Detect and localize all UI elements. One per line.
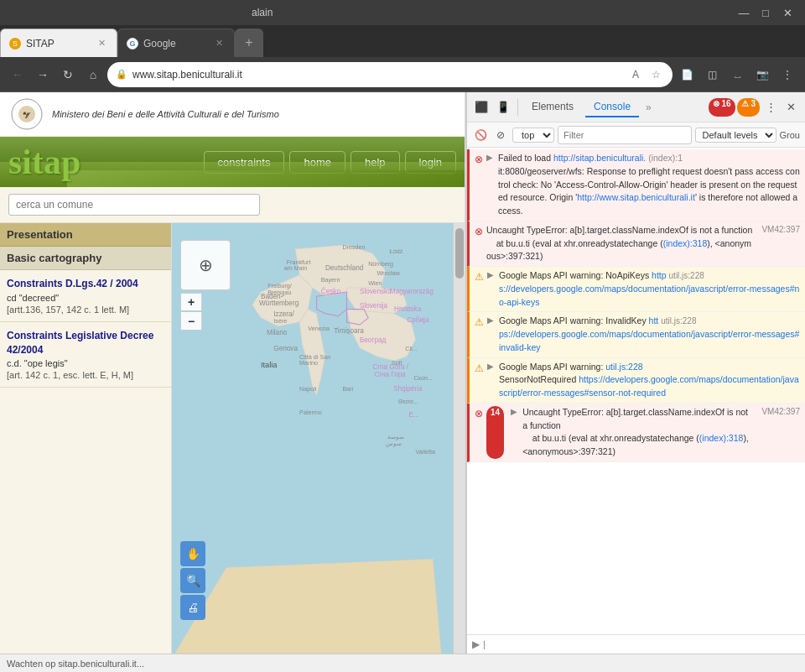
menu-button[interactable]: ⋮ <box>776 64 798 86</box>
group-toggle[interactable]: Grou <box>780 130 800 140</box>
statusbar: Wachten op sitap.beniculturali.it... <box>0 654 805 672</box>
reload-button[interactable]: ↻ <box>57 64 79 86</box>
svg-text:Isère: Isère <box>273 318 287 325</box>
extensions-icon[interactable]: ◫ <box>701 64 723 86</box>
warn-icon: ⚠ <box>741 99 749 108</box>
svg-text:سوسة: سوسة <box>387 434 404 440</box>
devtools-more-options[interactable]: ⋮ <box>761 98 780 117</box>
error-count-14: 14 <box>486 406 504 459</box>
back-button[interactable]: ← <box>7 64 29 86</box>
map-nav-control[interactable]: ⊕ <box>180 240 231 290</box>
map-tools: ✋ 🔍 🖨 <box>180 541 205 620</box>
tab-console[interactable]: Console <box>585 97 639 117</box>
warn-link-4[interactable]: util.js:228 <box>605 362 642 372</box>
zoom-out-button[interactable]: − <box>180 312 202 331</box>
console-entry-1: ⊗ Uncaught TypeError: a[b].target.classN… <box>467 221 805 267</box>
console-source-1: VM42:397 <box>761 224 800 263</box>
expand-4[interactable]: ▶ <box>487 361 494 400</box>
console-clear-button[interactable]: 🚫 <box>472 127 489 143</box>
tab-google-close[interactable]: ✕ <box>212 37 226 50</box>
zoom-in-button[interactable]: + <box>180 293 202 311</box>
site-header: 🦅 Ministero dei Beni e delle Attività Cu… <box>0 92 465 137</box>
address-box[interactable]: 🔒 www.sitap.beniculturali.it A ☆ <box>107 62 673 87</box>
maximize-button[interactable]: □ <box>755 2 776 23</box>
screenshot-icon[interactable]: 📷 <box>751 64 773 86</box>
warn-link-0[interactable]: http <box>652 270 667 280</box>
svg-text:Dresden: Dresden <box>342 244 365 251</box>
error-link-0[interactable]: http://sitap.beniculturali. <box>553 153 646 163</box>
warn-link-5[interactable]: https://developers.google.com/maps/docum… <box>499 374 799 398</box>
devtools-device-button[interactable]: 📱 <box>494 98 512 117</box>
pan-tool-button[interactable]: ✋ <box>180 541 205 566</box>
svg-text:Hrvatska: Hrvatska <box>394 305 422 313</box>
translate-icon[interactable]: A <box>627 66 644 83</box>
devtools-close-area: ⊗ 16 ⚠ 3 ⋮ ✕ <box>709 98 800 117</box>
close-button[interactable]: ✕ <box>776 2 798 23</box>
tab-elements[interactable]: Elements <box>523 97 582 117</box>
new-tab-button[interactable]: + <box>235 29 263 57</box>
ministry-name: Ministero dei Beni e delle Attività Cult… <box>52 108 279 120</box>
cast-icon[interactable]: ⎵ <box>726 64 748 86</box>
error-link-2[interactable]: (index):318 <box>663 238 708 248</box>
console-msg-0: Failed to load http://sitap.benicultural… <box>498 152 800 218</box>
sidebar-item-1-title: Constraints Legislative Decree 42/2004 <box>7 329 164 357</box>
expand-0[interactable]: ▶ <box>486 152 493 218</box>
console-prompt-icon: ▶ <box>472 638 480 650</box>
home-button[interactable]: ⌂ <box>82 64 104 86</box>
console-filter-input[interactable] <box>558 126 692 144</box>
warn-link-2[interactable]: htt <box>649 315 659 326</box>
search-input[interactable] <box>8 194 260 216</box>
forward-button[interactable]: → <box>32 64 54 86</box>
sidebar-item-0[interactable]: Constraints D.Lgs.42 / 2004 cd "decreed"… <box>0 270 171 322</box>
console-context-select[interactable]: top <box>512 128 554 143</box>
console-input-area: ▶ | <box>467 634 805 654</box>
console-level-select[interactable]: Default levels <box>695 128 776 143</box>
svg-text:سوس: سوس <box>386 440 402 447</box>
warn-link-3[interactable]: ps://developers.google.com/maps/document… <box>499 329 799 352</box>
tab-sitap-close[interactable]: ✕ <box>95 37 108 50</box>
basic-cartography-label[interactable]: Basic cartography <box>0 247 171 270</box>
site-nav: sitap constraints home help login <box>0 137 465 187</box>
error-icon-0: ⊗ <box>475 153 483 218</box>
svg-text:Izzera/: Izzera/ <box>273 310 294 318</box>
vertical-scrollbar[interactable] <box>453 223 465 654</box>
minimize-button[interactable]: — <box>733 2 755 23</box>
sidebar-item-1[interactable]: Constraints Legislative Decree 42/2004 c… <box>0 322 171 388</box>
console-filter-toggle[interactable]: ⊘ <box>492 127 509 143</box>
devtools-inspect-button[interactable]: ⬛ <box>472 98 491 117</box>
addressbar: ← → ↻ ⌂ 🔒 www.sitap.beniculturali.it A ☆… <box>0 57 805 92</box>
console-source-5: VM42:397 <box>761 406 800 459</box>
warn-link-1[interactable]: s://developers.google.com/maps/documenta… <box>499 284 799 307</box>
bookmark-icon[interactable]: ☆ <box>647 66 664 83</box>
search-area <box>0 187 465 223</box>
svg-text:Genova: Genova <box>273 345 298 352</box>
svg-text:E...: E... <box>408 411 418 419</box>
presentation-title: Presentation <box>0 223 171 247</box>
history-icon[interactable]: 📄 <box>676 64 698 86</box>
expand-5[interactable]: ▶ <box>511 406 517 459</box>
more-tabs-button[interactable]: » <box>642 98 655 117</box>
svg-text:Wien: Wien <box>368 280 382 287</box>
print-tool-button[interactable]: 🖨 <box>180 595 205 620</box>
svg-text:Sofí: Sofí <box>392 360 402 367</box>
warn-icon-0: ⚠ <box>475 270 484 309</box>
svg-text:Slovensko: Slovensko <box>360 288 392 295</box>
svg-text:Milano: Milano <box>267 329 288 336</box>
error-link-3[interactable]: (index):318 <box>699 433 744 443</box>
warn-icon-2: ⚠ <box>475 362 484 400</box>
expand-3[interactable]: ▶ <box>487 315 494 354</box>
svg-text:Cli...: Cli... <box>405 346 417 352</box>
tab-sitap[interactable]: S SITAP ✕ <box>0 29 117 57</box>
svg-text:Magyarország: Magyarország <box>390 288 434 295</box>
scrollbar-thumb[interactable] <box>455 228 464 279</box>
console-entry-3: ⚠ ▶ Google Maps API warning: InvalidKey … <box>467 312 805 357</box>
ministry-emblem: 🦅 <box>10 97 44 131</box>
svg-text:Württemberg: Württemberg <box>259 300 299 307</box>
map-area: Deutschland Dresden Łódź Frankfurt am Ma… <box>172 223 453 654</box>
devtools-close-button[interactable]: ✕ <box>782 98 800 117</box>
error-link-1[interactable]: http://www.sitap.beniculturali.it <box>577 192 695 202</box>
svg-text:Valletta: Valletta <box>416 449 435 456</box>
tab-google[interactable]: G Google ✕ <box>117 29 235 57</box>
expand-2[interactable]: ▶ <box>487 269 494 309</box>
zoom-tool-button[interactable]: 🔍 <box>180 568 205 593</box>
